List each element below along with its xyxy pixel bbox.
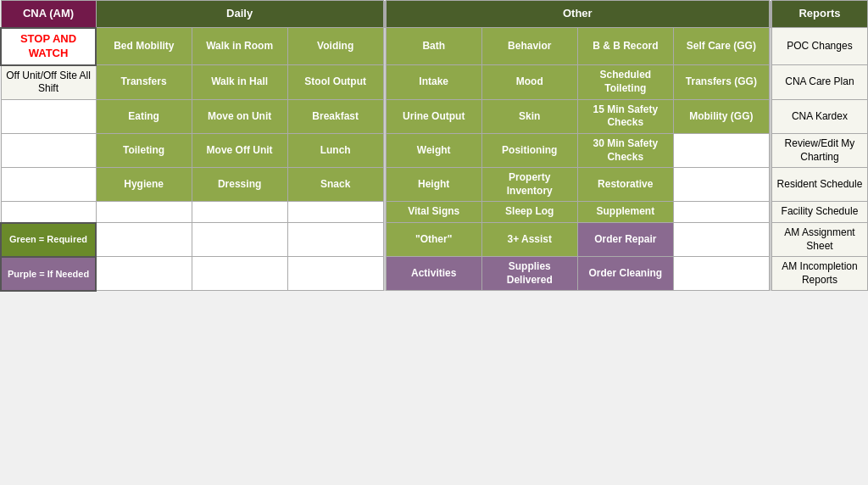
cna-empty-4 bbox=[1, 202, 96, 223]
cell-toileting: Toileting bbox=[96, 134, 192, 168]
cna-stop-watch: STOP AND WATCH bbox=[1, 28, 96, 65]
cell-other: "Other" bbox=[386, 223, 481, 257]
cell-empty-other4-r7 bbox=[673, 223, 769, 257]
cna-empty-3 bbox=[1, 168, 96, 202]
cell-intake: Intake bbox=[386, 65, 481, 100]
cell-stool-output: Stool Output bbox=[287, 65, 383, 100]
cell-empty-other4-r6 bbox=[673, 202, 769, 223]
cell-eating: Eating bbox=[96, 99, 192, 133]
cell-voiding: Voiding bbox=[287, 28, 383, 65]
cell-skin: Skin bbox=[481, 99, 577, 133]
header-cna: CNA (AM) bbox=[1, 1, 96, 28]
cell-cna-kardex: CNA Kardex bbox=[771, 99, 867, 133]
cell-sleep-log: Sleep Log bbox=[481, 202, 577, 223]
cell-cna-care-plan: CNA Care Plan bbox=[771, 65, 867, 100]
header-daily: Daily bbox=[96, 1, 383, 28]
cell-am-incompletion: AM Incompletion Reports bbox=[771, 257, 867, 291]
cell-empty-daily3-r6 bbox=[287, 202, 383, 223]
cell-dressing: Dressing bbox=[192, 168, 287, 202]
cell-transfers-gg: Transfers (GG) bbox=[673, 65, 769, 100]
cell-move-on-unit: Move on Unit bbox=[192, 99, 287, 133]
cell-mobility-gg: Mobility (GG) bbox=[673, 99, 769, 133]
table-row: Vital Signs Sleep Log Supplement Facilit… bbox=[1, 202, 868, 223]
cell-supplies-delivered: Supplies Delivered bbox=[481, 257, 577, 291]
cell-mood: Mood bbox=[481, 65, 577, 100]
cna-empty-1 bbox=[1, 99, 96, 133]
header-row: CNA (AM) Daily Other Reports bbox=[1, 1, 868, 28]
cell-scheduled-toileting: Scheduled Toileting bbox=[577, 65, 673, 100]
cna-empty-2 bbox=[1, 134, 96, 168]
cell-self-care: Self Care (GG) bbox=[673, 28, 769, 65]
cell-activities: Activities bbox=[386, 257, 481, 291]
legend-purple-cell: Purple = If Needed bbox=[1, 257, 96, 291]
header-other: Other bbox=[386, 1, 769, 28]
cell-height: Height bbox=[386, 168, 481, 202]
cell-order-cleaning: Order Cleaning bbox=[577, 257, 673, 291]
cell-review-charting: Review/Edit My Charting bbox=[771, 134, 867, 168]
cell-restorative: Restorative bbox=[577, 168, 673, 202]
cell-poc-changes: POC Changes bbox=[771, 28, 867, 65]
cell-empty-daily1-r7 bbox=[96, 223, 192, 257]
table-row: STOP AND WATCH Bed Mobility Walk in Room… bbox=[1, 28, 868, 65]
cell-move-off-unit: Move Off Unit bbox=[192, 134, 287, 168]
cell-property-inventory: Property Inventory bbox=[481, 168, 577, 202]
cell-30min-checks: 30 Min Safety Checks bbox=[577, 134, 673, 168]
cell-empty-daily1-r8 bbox=[96, 257, 192, 291]
cell-order-repair: Order Repair bbox=[577, 223, 673, 257]
cell-empty-daily2-r8 bbox=[192, 257, 287, 291]
cell-walk-in-room: Walk in Room bbox=[192, 28, 287, 65]
cell-resident-schedule: Resident Schedule bbox=[771, 168, 867, 202]
cell-behavior: Behavior bbox=[481, 28, 577, 65]
cell-empty-daily1-r6 bbox=[96, 202, 192, 223]
cell-transfers: Transfers bbox=[96, 65, 192, 100]
cell-empty-other4-r8 bbox=[673, 257, 769, 291]
cna-off-unit: Off Unit/Off Site All Shift bbox=[1, 65, 96, 100]
table-row: Toileting Move Off Unit Lunch Weight Pos… bbox=[1, 134, 868, 168]
cell-empty-other4-r4 bbox=[673, 134, 769, 168]
cell-bed-mobility: Bed Mobility bbox=[96, 28, 192, 65]
cell-lunch: Lunch bbox=[287, 134, 383, 168]
table-row: Hygiene Dressing Snack Height Property I… bbox=[1, 168, 868, 202]
cell-weight: Weight bbox=[386, 134, 481, 168]
cell-empty-daily2-r6 bbox=[192, 202, 287, 223]
cell-empty-daily3-r8 bbox=[287, 257, 383, 291]
table-row: Off Unit/Off Site All Shift Transfers Wa… bbox=[1, 65, 868, 100]
cell-empty-other4-r5 bbox=[673, 168, 769, 202]
header-reports: Reports bbox=[771, 1, 867, 28]
legend-green-cell: Green = Required bbox=[1, 223, 96, 257]
cell-empty-daily2-r7 bbox=[192, 223, 287, 257]
cell-walk-in-hall: Walk in Hall bbox=[192, 65, 287, 100]
cell-breakfast: Breakfast bbox=[287, 99, 383, 133]
cell-hygiene: Hygiene bbox=[96, 168, 192, 202]
cell-positioning: Positioning bbox=[481, 134, 577, 168]
cell-am-assignment: AM Assignment Sheet bbox=[771, 223, 867, 257]
cell-snack: Snack bbox=[287, 168, 383, 202]
cell-supplement: Supplement bbox=[577, 202, 673, 223]
cell-empty-daily3-r7 bbox=[287, 223, 383, 257]
cell-facility-schedule: Facility Schedule bbox=[771, 202, 867, 223]
cell-bb-record: B & B Record bbox=[577, 28, 673, 65]
table-row: Green = Required "Other" 3+ Assist Order… bbox=[1, 223, 868, 257]
table-row: Eating Move on Unit Breakfast Urine Outp… bbox=[1, 99, 868, 133]
main-table: CNA (AM) Daily Other Reports STOP AND WA… bbox=[0, 0, 868, 292]
cell-3plus-assist: 3+ Assist bbox=[481, 223, 577, 257]
table-row: Purple = If Needed Activities Supplies D… bbox=[1, 257, 868, 291]
cell-bath: Bath bbox=[386, 28, 481, 65]
cell-15min-checks: 15 Min Safety Checks bbox=[577, 99, 673, 133]
cell-urine-output: Urine Output bbox=[386, 99, 481, 133]
cell-vital-signs: Vital Signs bbox=[386, 202, 481, 223]
